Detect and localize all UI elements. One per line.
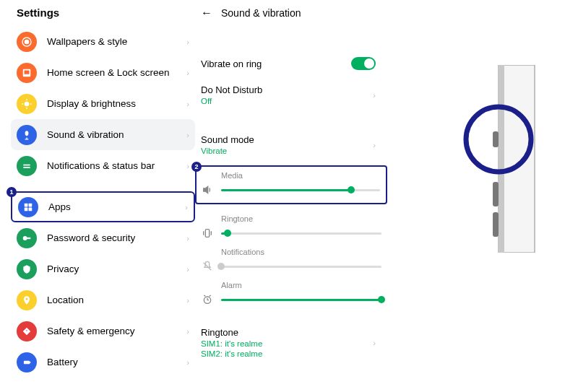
svg-rect-31 (499, 65, 504, 253)
svg-rect-19 (24, 360, 30, 364)
dnd-row[interactable]: Do Not Disturb Off › (201, 77, 381, 113)
svg-rect-13 (25, 207, 28, 211)
notifications-volume-block: Notifications (201, 242, 381, 275)
settings-list: Settings Wallpapers & style › Home scree… (11, 4, 195, 378)
sound-icon (17, 125, 37, 145)
settings-item-label: Sound & vibration (47, 129, 186, 140)
settings-item-display[interactable]: Display & brightness › (11, 88, 195, 119)
sound-mode-row[interactable]: Sound mode Vibrate › (201, 127, 381, 162)
settings-item-battery[interactable]: Battery › (11, 347, 195, 378)
settings-item-homescreen[interactable]: Home screen & Lock screen › (11, 57, 195, 88)
chevron-right-icon: › (373, 91, 376, 100)
row-value: Off (201, 97, 373, 105)
chevron-right-icon: › (186, 162, 189, 170)
settings-item-label: Safety & emergency (47, 326, 186, 336)
wallpapers-icon (17, 32, 37, 52)
privacy-icon (17, 259, 37, 279)
svg-rect-33 (493, 182, 499, 206)
password-icon (17, 228, 37, 248)
chevron-right-icon: › (373, 339, 376, 347)
back-arrow-icon[interactable]: ← (201, 6, 212, 19)
chevron-right-icon: › (186, 327, 189, 336)
bell-off-icon (201, 261, 214, 272)
media-volume-block: 2 Media (195, 165, 387, 204)
settings-item-notifications[interactable]: Notifications & status bar › (11, 150, 195, 181)
sim2-value: SIM2: it's realme (201, 349, 373, 358)
settings-item-label: Password & security (47, 232, 186, 243)
svg-rect-32 (493, 131, 499, 147)
settings-item-label: Privacy (47, 263, 186, 274)
homescreen-icon (17, 63, 37, 83)
speaker-icon (201, 184, 214, 196)
detail-header: ← Sound & vibration (201, 4, 381, 31)
svg-point-15 (23, 236, 27, 240)
settings-item-password[interactable]: Password & security › (11, 222, 195, 253)
chevron-right-icon: › (373, 141, 376, 149)
vibrate-on-ring-row[interactable]: Vibrate on ring (201, 50, 381, 77)
svg-rect-21 (205, 230, 209, 238)
display-icon (17, 94, 37, 114)
ringtone-slider[interactable] (221, 232, 381, 235)
settings-item-label: Notifications & status bar (47, 160, 186, 171)
svg-rect-34 (493, 212, 499, 237)
notifications-slider[interactable] (221, 266, 381, 268)
svg-rect-20 (30, 361, 30, 362)
vibrate-toggle[interactable] (351, 57, 376, 70)
row-label: Vibrate on ring (201, 58, 351, 69)
chevron-right-icon: › (186, 100, 189, 108)
location-icon (17, 290, 37, 310)
settings-item-label: Home screen & Lock screen (47, 67, 186, 78)
settings-item-privacy[interactable]: Privacy › (11, 253, 195, 284)
svg-line-29 (210, 295, 211, 296)
svg-point-4 (25, 101, 30, 106)
media-slider[interactable] (221, 189, 380, 191)
alarm-volume-block: Alarm (201, 275, 381, 308)
svg-rect-11 (25, 203, 28, 206)
row-label: Ringtone (201, 327, 373, 338)
vibrate-phone-icon (201, 227, 214, 239)
volume-label: Alarm (221, 281, 381, 289)
ringtone-row[interactable]: Ringtone SIM1: it's realme SIM2: it's re… (201, 320, 381, 365)
chevron-right-icon: › (186, 69, 189, 77)
settings-item-location[interactable]: Location › (11, 284, 195, 315)
row-value: Vibrate (201, 147, 373, 155)
svg-rect-9 (23, 164, 30, 165)
chevron-right-icon: › (186, 296, 189, 305)
sim1-value: SIM1: it's realme (201, 339, 373, 348)
settings-item-label: Display & brightness (47, 98, 186, 109)
ringtone-volume-block: Ringtone (201, 209, 381, 242)
phone-side-illustration (448, 65, 556, 253)
row-label: Do Not Disturb (201, 84, 373, 95)
chevron-right-icon: › (186, 234, 189, 243)
settings-item-label: Battery (47, 357, 186, 367)
chevron-right-icon: › (185, 203, 188, 212)
sound-vibration-detail: ← Sound & vibration Vibrate on ring Do N… (201, 4, 381, 365)
svg-rect-3 (25, 70, 30, 74)
volume-label: Notifications (221, 248, 381, 256)
notifications-icon (17, 156, 37, 176)
svg-line-28 (204, 295, 205, 296)
svg-rect-16 (27, 237, 30, 238)
callout-badge-1: 1 (7, 187, 17, 197)
chevron-right-icon: › (186, 265, 189, 274)
detail-title: Sound & vibration (221, 7, 301, 19)
svg-point-0 (25, 39, 30, 44)
svg-rect-10 (23, 167, 30, 168)
chevron-right-icon: › (186, 38, 189, 46)
row-label: Sound mode (201, 134, 373, 145)
settings-item-sound[interactable]: Sound & vibration › (11, 119, 195, 150)
svg-rect-12 (29, 203, 33, 206)
chevron-right-icon: › (186, 358, 189, 367)
apps-icon (18, 197, 38, 217)
callout-badge-2: 2 (191, 162, 202, 172)
settings-item-safety[interactable]: * Safety & emergency › (11, 315, 195, 347)
svg-point-17 (26, 297, 28, 300)
settings-item-apps[interactable]: 1 Apps › (11, 191, 195, 222)
settings-item-label: Apps (48, 201, 185, 212)
settings-item-wallpapers[interactable]: Wallpapers & style › (11, 26, 195, 57)
volume-label: Media (221, 171, 380, 180)
alarm-slider[interactable] (221, 299, 381, 301)
battery-icon (17, 352, 37, 373)
svg-rect-14 (29, 207, 33, 211)
settings-item-label: Location (47, 295, 186, 305)
